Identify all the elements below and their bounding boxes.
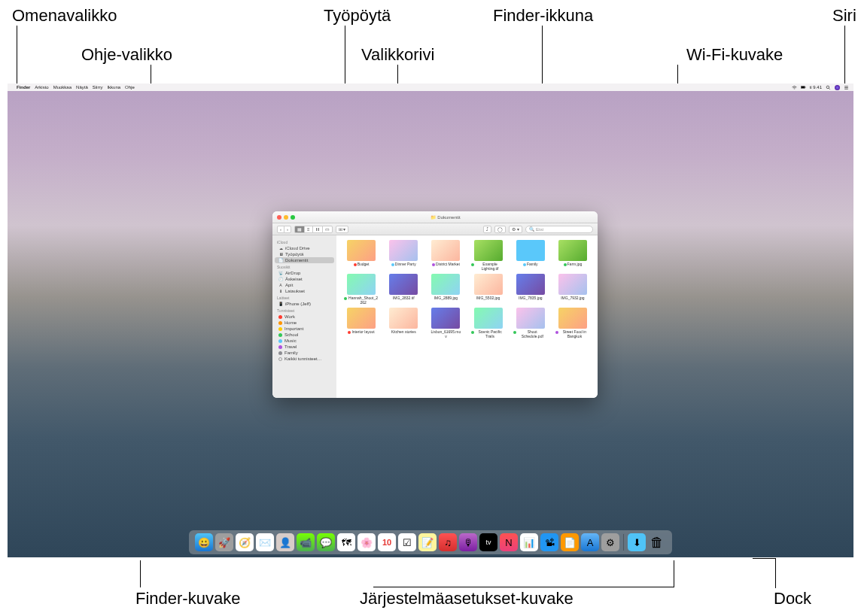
dock-facetime-icon[interactable]: 📹 [297, 533, 315, 551]
dock-safari-icon[interactable]: 🧭 [236, 533, 254, 551]
dock-notes-icon[interactable]: 📝 [418, 533, 437, 551]
finder-search[interactable]: 🔍 Etsi [525, 226, 593, 233]
file-item[interactable]: Family [510, 240, 551, 271]
file-item[interactable]: Hannah_Shoot_2262 [341, 274, 382, 305]
share-button[interactable]: ⤴ [483, 226, 491, 233]
dock-messages-icon[interactable]: 💬 [317, 533, 335, 551]
tag-dot-icon [278, 345, 282, 349]
menu-siirry[interactable]: Siirry [93, 85, 103, 90]
dock-music-icon[interactable]: ♫ [439, 533, 457, 551]
sidebar-item-family[interactable]: Family [272, 350, 336, 356]
sidebar-item-icloud-drive[interactable]: ☁︎iCloud Drive [272, 245, 336, 251]
sidebar-item-school[interactable]: School [272, 332, 336, 338]
file-item[interactable]: IMG_2832.tif [383, 274, 424, 305]
finder-sidebar: iCloud☁︎iCloud Drive🖥Työpöytä📄Dokumentit… [272, 235, 336, 398]
battery-icon[interactable] [801, 85, 806, 90]
file-item[interactable]: Street Food in Bangkok [552, 308, 593, 338]
dock-trash-icon[interactable]: 🗑 [648, 533, 666, 551]
gallery-view-button[interactable]: ▭ [322, 226, 333, 233]
file-item[interactable]: Interior layout [341, 308, 382, 338]
callout-finder-icon: Finder-kuvake [135, 589, 240, 608]
sidebar-item-important[interactable]: Important [272, 326, 336, 332]
file-item[interactable]: Budget [341, 240, 382, 271]
close-button[interactable] [277, 215, 281, 220]
dock-news-icon[interactable]: N [500, 533, 518, 551]
menu-muokkaa[interactable]: Muokkaa [53, 85, 71, 90]
sidebar-item-airdrop[interactable]: 📡AirDrop [272, 270, 336, 276]
file-tag-dot [391, 263, 394, 266]
dock-launchpad-icon[interactable]: 🚀 [215, 533, 233, 551]
file-item[interactable]: Example Lighting.tif [468, 240, 509, 271]
menu-nayta[interactable]: Näytä [76, 85, 88, 90]
dock-systemprefs-icon[interactable]: ⚙︎ [601, 533, 619, 551]
forward-button[interactable]: › [284, 226, 291, 233]
menubar-app-name[interactable]: Finder [17, 85, 30, 90]
sidebar-item-iphone-jeff-[interactable]: 📱iPhone (Jeff) [272, 301, 336, 307]
file-item[interactable]: District Market [425, 240, 466, 271]
menubar: Finder Arkisto Muokkaa Näytä Siirry Ikku… [8, 83, 853, 91]
sidebar-item-icon: 🕘 [278, 277, 283, 281]
sidebar-item-lataukset[interactable]: ⬇︎Lataukset [272, 288, 336, 294]
minimize-button[interactable] [284, 215, 288, 220]
sidebar-item-label: Dokumentit [285, 258, 308, 262]
spotlight-icon[interactable] [826, 85, 831, 90]
fullscreen-button[interactable] [291, 215, 295, 220]
sidebar-item-kaikki-tunnisteet-[interactable]: Kaikki tunnisteet… [272, 356, 336, 362]
dock-reminders-icon[interactable]: ☑︎ [398, 533, 416, 551]
menu-arkisto[interactable]: Arkisto [35, 85, 48, 90]
dock-keynote-icon[interactable]: 📽 [540, 533, 558, 551]
icon-view-button[interactable]: ▦ [294, 226, 305, 233]
sidebar-item-home[interactable]: Home [272, 320, 336, 326]
file-name: Interior layout [351, 330, 374, 335]
callout-siri: Siri [832, 6, 856, 26]
sidebar-item-icon: A [278, 283, 283, 287]
file-item[interactable]: Shoot Schedule.pdf [510, 308, 551, 338]
dock-maps-icon[interactable]: 🗺 [337, 533, 355, 551]
dock-pages-icon[interactable]: 📄 [561, 533, 579, 551]
sidebar-item-work[interactable]: Work [272, 314, 336, 320]
wifi-icon[interactable] [792, 85, 797, 90]
file-item[interactable]: Kitchen stories [383, 308, 424, 338]
siri-icon[interactable] [835, 85, 840, 90]
file-tag-dot [555, 331, 558, 334]
sidebar-item-apit[interactable]: AApit [272, 282, 336, 288]
dock-podcasts-icon[interactable]: 🎙 [459, 533, 477, 551]
search-placeholder: Etsi [536, 227, 543, 232]
file-item[interactable]: IMG_2889.jpg [425, 274, 466, 305]
file-thumbnail [389, 240, 418, 261]
file-item[interactable]: Farm.jpg [552, 240, 593, 271]
dock-appstore-icon[interactable]: A [581, 533, 599, 551]
arrange-button[interactable]: ⊞ ▾ [336, 226, 349, 233]
file-item[interactable]: IMG_7835.jpg [510, 274, 551, 305]
file-item[interactable]: IMG_5502.jpg [468, 274, 509, 305]
sidebar-item-label: Work [284, 314, 295, 319]
sidebar-item-label: Apit [285, 283, 293, 287]
action-button[interactable]: ⚙︎ ▾ [509, 226, 522, 233]
column-view-button[interactable]: ⫼ [312, 226, 323, 233]
menubar-clock[interactable]: ti 9.41 [810, 85, 822, 90]
dock-photos-icon[interactable]: 🌸 [357, 533, 376, 551]
menu-ohje[interactable]: Ohje [125, 85, 135, 90]
dock-mail-icon[interactable]: ✉️ [256, 533, 274, 551]
sidebar-item--skeiset[interactable]: 🕘Äskeiset [272, 276, 336, 282]
dock-finder-icon[interactable]: 😀 [195, 533, 213, 551]
file-name: Dinner Party [395, 262, 416, 267]
tags-button[interactable]: ◯ [494, 226, 506, 233]
sidebar-item-ty-p-yt-[interactable]: 🖥Työpöytä [272, 251, 336, 257]
file-item[interactable]: Lisbon_61695.mov [425, 308, 466, 338]
dock-numbers-icon[interactable]: 📊 [520, 533, 538, 551]
finder-titlebar[interactable]: Dokumentit [272, 211, 598, 223]
menu-ikkuna[interactable]: Ikkuna [107, 85, 120, 90]
file-item[interactable]: Scenic Pacific Trails [468, 308, 509, 338]
sidebar-item-dokumentit[interactable]: 📄Dokumentit [275, 257, 334, 263]
file-item[interactable]: IMG_7932.jpg [552, 274, 593, 305]
dock-contacts-icon[interactable]: 👤 [276, 533, 294, 551]
notification-center-icon[interactable] [844, 85, 849, 90]
sidebar-item-music[interactable]: Music [272, 338, 336, 344]
sidebar-item-label: Lataukset [285, 289, 305, 293]
sidebar-item-travel[interactable]: Travel [272, 344, 336, 350]
dock-calendar-icon[interactable]: 10 [378, 533, 396, 551]
dock-downloads-icon[interactable]: ⬇︎ [628, 533, 646, 551]
file-item[interactable]: Dinner Party [383, 240, 424, 271]
dock-tv-icon[interactable]: tv [479, 533, 497, 551]
